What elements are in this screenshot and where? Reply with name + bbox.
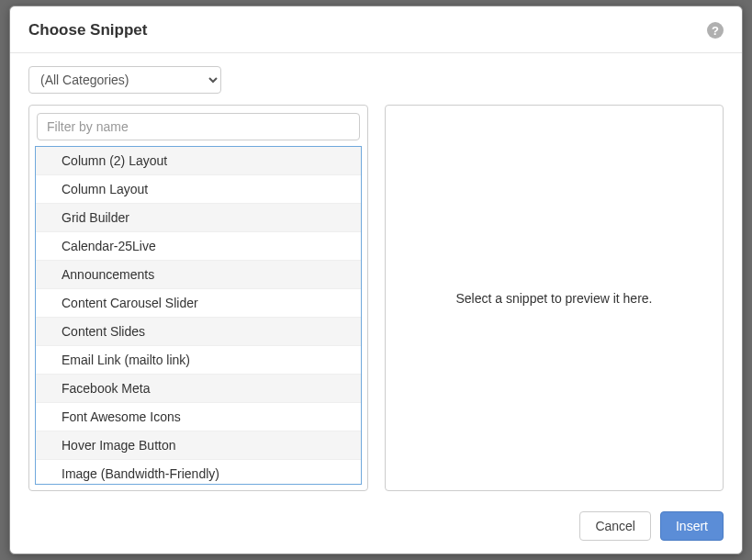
cancel-button[interactable]: Cancel bbox=[579, 511, 651, 541]
snippet-item[interactable]: Calendar-25Live bbox=[36, 232, 361, 261]
modal-body: (All Categories) Column (2) LayoutColumn… bbox=[10, 53, 742, 500]
modal-footer: Cancel Insert bbox=[10, 500, 742, 554]
snippet-list-panel: Column (2) LayoutColumn LayoutGrid Build… bbox=[28, 105, 368, 491]
snippet-item[interactable]: Image (Bandwidth-Friendly) bbox=[36, 460, 361, 485]
preview-panel: Select a snippet to preview it here. bbox=[385, 105, 724, 491]
filter-wrap bbox=[35, 111, 362, 146]
snippet-item[interactable]: Announcements bbox=[36, 261, 361, 289]
snippet-list[interactable]: Column (2) LayoutColumn LayoutGrid Build… bbox=[35, 146, 362, 485]
snippet-item[interactable]: Hover Image Button bbox=[36, 431, 361, 460]
preview-placeholder: Select a snippet to preview it here. bbox=[455, 291, 652, 306]
choose-snippet-modal: Choose Snippet ? (All Categories) Column… bbox=[9, 6, 743, 554]
snippet-item[interactable]: Font Awesome Icons bbox=[36, 403, 361, 431]
snippet-item[interactable]: Grid Builder bbox=[36, 204, 361, 232]
snippet-item[interactable]: Content Carousel Slider bbox=[36, 289, 361, 318]
snippet-item[interactable]: Facebook Meta bbox=[36, 375, 361, 403]
category-select[interactable]: (All Categories) bbox=[28, 66, 221, 94]
modal-header: Choose Snippet ? bbox=[10, 6, 742, 53]
modal-title: Choose Snippet bbox=[28, 21, 147, 39]
filter-input[interactable] bbox=[37, 113, 360, 140]
panels: Column (2) LayoutColumn LayoutGrid Build… bbox=[28, 105, 724, 491]
help-icon[interactable]: ? bbox=[707, 22, 724, 39]
snippet-item[interactable]: Column Layout bbox=[36, 175, 361, 204]
insert-button[interactable]: Insert bbox=[660, 511, 724, 541]
snippet-item[interactable]: Email Link (mailto link) bbox=[36, 346, 361, 375]
snippet-item[interactable]: Column (2) Layout bbox=[36, 147, 361, 175]
snippet-item[interactable]: Content Slides bbox=[36, 318, 361, 346]
